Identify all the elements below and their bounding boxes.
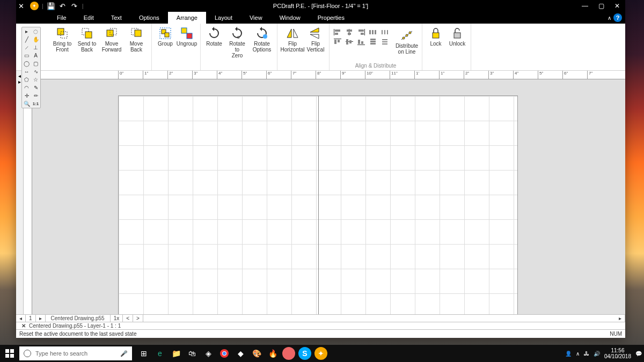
start-button[interactable]	[0, 345, 19, 362]
help-icon[interactable]: ?	[613, 13, 622, 22]
paint-icon[interactable]: 🎨	[250, 347, 263, 360]
minimize-button[interactable]: —	[577, 0, 593, 12]
menu-edit[interactable]: Edit	[75, 12, 103, 24]
rotate-button[interactable]: Rotate	[204, 26, 224, 48]
align-left-icon[interactable]	[333, 28, 342, 36]
lock-button[interactable]: Lock	[426, 26, 446, 48]
move-back-button[interactable]: Move Back	[125, 26, 148, 54]
menu-view[interactable]: View	[241, 12, 271, 24]
constrained-line-icon[interactable]: ⟋	[22, 43, 31, 51]
doc-close-button[interactable]: ✕	[16, 2, 26, 10]
app2-icon[interactable]: ◆	[234, 347, 247, 360]
ungroup-button[interactable]: Ungroup	[177, 26, 197, 48]
align-right-icon[interactable]	[356, 28, 366, 36]
collapse-ribbon-icon[interactable]: ∧	[608, 15, 611, 21]
send-to-back-button[interactable]: Send to Back	[75, 26, 99, 54]
distribute-on-line-button[interactable]: Distribute on Line	[395, 28, 419, 56]
svg-rect-4	[107, 30, 113, 36]
app3-icon[interactable]: 🔥	[266, 347, 279, 360]
align-center-h-icon[interactable]	[345, 28, 354, 36]
pointer-tool-icon[interactable]: ▸	[22, 27, 31, 35]
bezier-tool-icon[interactable]: ∿	[31, 68, 40, 76]
network-icon[interactable]: 🖧	[584, 351, 589, 357]
layer-info[interactable]: Centered Drawing.p55 - Layer-1 - 1 : 1	[29, 323, 121, 329]
maximize-button[interactable]: ▢	[593, 0, 609, 12]
marker-icon[interactable]: ✏	[31, 92, 40, 100]
clock[interactable]: 11:56 04/10/2018	[604, 348, 631, 359]
volume-icon[interactable]: 🔊	[594, 351, 600, 357]
align-top-icon[interactable]	[333, 38, 342, 46]
svg-rect-30	[334, 39, 341, 39]
menu-text[interactable]: Text	[103, 12, 130, 24]
star-tool-icon[interactable]: ☆	[31, 76, 40, 84]
tab-nav-prev[interactable]: <	[123, 315, 133, 322]
scroll-right-button[interactable]: ▸	[616, 315, 625, 322]
rotate-to-zero-button[interactable]: 0Rotate to Zero	[225, 26, 249, 60]
action-center-icon[interactable]: 💬	[635, 351, 642, 357]
mic-icon[interactable]: 🎤	[120, 350, 128, 357]
group-button[interactable]: Group	[155, 26, 175, 48]
tool-palette[interactable]: ▸ ◌ ╱ ✋ ⟋ ⊥ ▭ A ◯ ▢ ↔ ∿ ⬠ ☆ ◠ ✎ ✛ ✏ 🔍 1:…	[21, 27, 41, 108]
pcdraft-taskbar-icon[interactable]: ✦	[314, 347, 327, 360]
perp-line-icon[interactable]: ⊥	[31, 43, 40, 51]
rotate-options-button[interactable]: Rotate Options	[250, 26, 274, 54]
rect-tool-icon[interactable]: ▭	[22, 51, 31, 60]
tray-chevron-icon[interactable]: ∧	[576, 351, 580, 357]
distribute-v-icon[interactable]	[368, 38, 378, 46]
line-tool-icon[interactable]: ╱	[22, 35, 31, 43]
save-icon[interactable]: 💾	[47, 2, 55, 10]
rounded-rect-icon[interactable]: ▢	[31, 60, 40, 68]
menu-options[interactable]: Options	[130, 12, 168, 24]
distribute-v2-icon[interactable]	[380, 38, 390, 46]
distribute-h2-icon[interactable]	[380, 28, 390, 36]
svg-rect-10	[165, 33, 169, 37]
drawing-page[interactable]	[118, 95, 518, 314]
page-number[interactable]: 1	[26, 315, 36, 322]
edge-icon[interactable]: e	[153, 347, 166, 360]
task-view-icon[interactable]: ⊞	[137, 347, 150, 360]
menu-file[interactable]: File	[48, 12, 75, 24]
menu-layout[interactable]: Layout	[206, 12, 241, 24]
align-bottom-icon[interactable]	[356, 38, 366, 46]
text-tool-icon[interactable]: A	[31, 51, 40, 60]
zoom-tool-icon[interactable]: 🔍	[22, 100, 31, 108]
skype-icon[interactable]: S	[298, 347, 311, 360]
polygon-tool-icon[interactable]: ⬠	[22, 76, 31, 84]
eyedropper-icon[interactable]: ✎	[31, 84, 40, 92]
file-explorer-icon[interactable]: 📁	[170, 347, 182, 360]
unlock-button[interactable]: Unlock	[447, 26, 467, 48]
lasso-tool-icon[interactable]: ◌	[31, 27, 40, 35]
search-input[interactable]: Type here to search 🎤	[19, 346, 132, 360]
ellipse-tool-icon[interactable]: ◯	[22, 60, 31, 68]
chrome-icon[interactable]	[218, 347, 231, 360]
flip-horizontal-button[interactable]: Flip Horizontal	[281, 26, 304, 54]
move-forward-button[interactable]: Move Forward	[100, 26, 123, 54]
ruler-vertical	[24, 79, 32, 314]
tab-nav-next[interactable]: >	[133, 315, 143, 322]
menu-properties[interactable]: Properties	[309, 12, 353, 24]
close-button[interactable]: ✕	[609, 0, 625, 12]
canvas[interactable]	[32, 79, 625, 314]
redo-icon[interactable]: ↷	[70, 2, 79, 10]
align-center-v-icon[interactable]	[345, 38, 354, 46]
app4-icon[interactable]	[282, 347, 295, 360]
ratio-tool-icon[interactable]: 1:1	[31, 100, 40, 108]
dimension-tool-icon[interactable]: ↔	[22, 68, 31, 76]
layer-close-button[interactable]: ✕	[21, 323, 26, 329]
crosshair-icon[interactable]: ✛	[22, 92, 31, 100]
zoom-tab[interactable]: 1x	[111, 315, 123, 322]
flip-vertical-button[interactable]: Flip Vertical	[305, 26, 326, 54]
arc-tool-icon[interactable]: ◠	[22, 84, 31, 92]
page-prev-button[interactable]: ◂	[16, 315, 26, 322]
undo-icon[interactable]: ↶	[58, 2, 67, 10]
hand-tool-icon[interactable]: ✋	[31, 35, 40, 43]
page-next-button[interactable]: ▸	[36, 315, 46, 322]
distribute-h-icon[interactable]	[368, 28, 378, 36]
menu-window[interactable]: Window	[271, 12, 309, 24]
menu-arrange[interactable]: Arrange	[168, 12, 206, 24]
people-icon[interactable]: 👤	[565, 351, 572, 357]
store-icon[interactable]: 🛍	[186, 347, 199, 360]
document-tab[interactable]: Centered Drawing.p55	[46, 315, 111, 322]
bring-to-front-button[interactable]: Bring to Front	[50, 26, 74, 54]
app1-icon[interactable]: ◈	[202, 347, 215, 360]
